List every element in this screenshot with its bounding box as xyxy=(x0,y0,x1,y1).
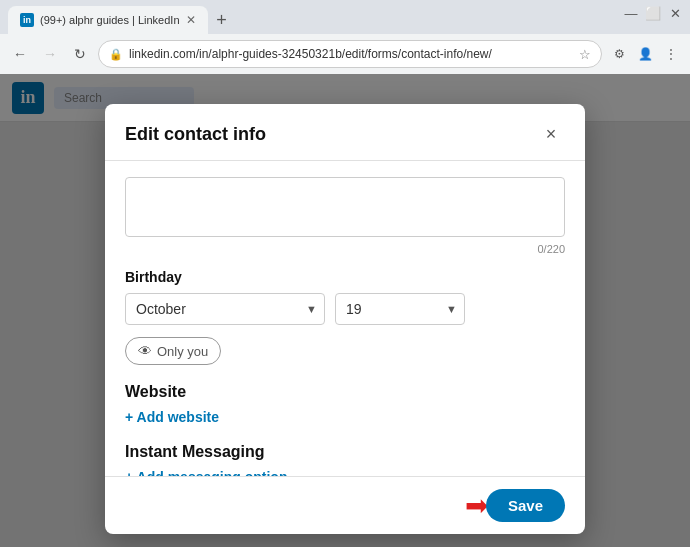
website-section-title: Website xyxy=(125,383,565,401)
new-tab-button[interactable]: + xyxy=(208,6,236,34)
page-background: in Search Edit contact info × 0/220 Birt… xyxy=(0,74,690,547)
profile-button[interactable]: 👤 xyxy=(634,43,656,65)
edit-contact-modal: Edit contact info × 0/220 Birthday Janua… xyxy=(105,104,585,534)
privacy-label: Only you xyxy=(157,344,208,359)
lock-icon: 🔒 xyxy=(109,48,123,61)
window-controls: — ⬜ ✕ xyxy=(624,6,682,20)
privacy-badge[interactable]: 👁 Only you xyxy=(125,337,221,365)
back-button[interactable]: ← xyxy=(8,42,32,66)
birthday-label: Birthday xyxy=(125,269,565,285)
extensions-button[interactable]: ⚙ xyxy=(608,43,630,65)
tab-bar: in (99+) alphr guides | LinkedIn ✕ + — ⬜… xyxy=(0,0,690,34)
birthday-row: January February March April May June Ju… xyxy=(125,293,565,325)
modal-title: Edit contact info xyxy=(125,124,266,145)
tab-close-button[interactable]: ✕ xyxy=(186,13,196,27)
minimize-button[interactable]: — xyxy=(624,6,638,20)
browser-actions: ⚙ 👤 ⋮ xyxy=(608,43,682,65)
star-icon: ☆ xyxy=(579,47,591,62)
save-area: ➡ Save xyxy=(465,489,565,522)
contact-info-textarea[interactable] xyxy=(125,177,565,237)
menu-button[interactable]: ⋮ xyxy=(660,43,682,65)
save-button[interactable]: Save xyxy=(486,489,565,522)
day-select[interactable]: 1234 5678 9101112 13141516 17181920 2122… xyxy=(335,293,465,325)
modal-body[interactable]: 0/220 Birthday January February March Ap… xyxy=(105,161,585,476)
forward-button[interactable]: → xyxy=(38,42,62,66)
restore-button[interactable]: ⬜ xyxy=(646,6,660,20)
tab-favicon: in xyxy=(20,13,34,27)
address-bar[interactable]: 🔒 linkedin.com/in/alphr-guides-32450321b… xyxy=(98,40,602,68)
reload-button[interactable]: ↻ xyxy=(68,42,92,66)
im-section-title: Instant Messaging xyxy=(125,443,565,461)
close-window-button[interactable]: ✕ xyxy=(668,6,682,20)
modal-header: Edit contact info × xyxy=(105,104,585,161)
red-arrow-icon: ➡ xyxy=(465,492,488,520)
day-select-wrapper: 1234 5678 9101112 13141516 17181920 2122… xyxy=(335,293,465,325)
modal-overlay: Edit contact info × 0/220 Birthday Janua… xyxy=(0,74,690,547)
modal-close-button[interactable]: × xyxy=(537,120,565,148)
browser-window: in (99+) alphr guides | LinkedIn ✕ + — ⬜… xyxy=(0,0,690,74)
add-website-link[interactable]: + Add website xyxy=(125,409,565,425)
add-messaging-link[interactable]: + Add messaging option xyxy=(125,469,565,476)
char-count: 0/220 xyxy=(125,243,565,255)
month-select[interactable]: January February March April May June Ju… xyxy=(125,293,325,325)
eye-icon: 👁 xyxy=(138,343,152,359)
browser-controls: ← → ↻ 🔒 linkedin.com/in/alphr-guides-324… xyxy=(0,34,690,74)
tab-title: (99+) alphr guides | LinkedIn xyxy=(40,14,180,26)
url-text: linkedin.com/in/alphr-guides-32450321b/e… xyxy=(129,47,573,61)
modal-footer: ➡ Save xyxy=(105,476,585,534)
month-select-wrapper: January February March April May June Ju… xyxy=(125,293,325,325)
active-tab[interactable]: in (99+) alphr guides | LinkedIn ✕ xyxy=(8,6,208,34)
